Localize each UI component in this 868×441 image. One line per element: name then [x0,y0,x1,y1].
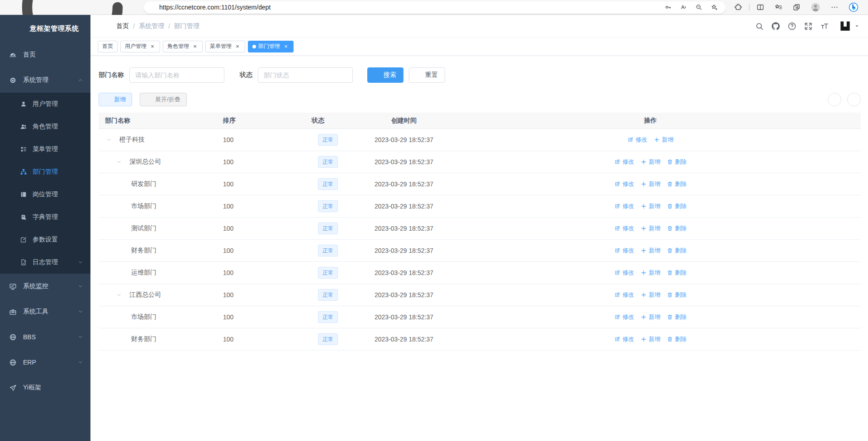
favorites-icon[interactable] [774,3,783,11]
collections-icon[interactable] [792,3,801,11]
action-add-link[interactable]: 新增 [640,202,660,210]
sidebar-item-BBS[interactable]: BBS [0,324,90,350]
split-screen-icon[interactable] [756,3,764,11]
sort-cell: 100 [214,136,304,143]
action-add-link[interactable]: 新增 [640,247,660,255]
fullscreen-icon[interactable] [804,22,813,31]
app-logo[interactable]: 意框架管理系统 [0,15,90,42]
breadcrumb-item[interactable]: 系统管理 [139,22,164,30]
action-delete-link[interactable]: 删除 [667,335,687,343]
action-edit-link[interactable]: 修改 [614,291,634,299]
delete-action-icon [667,314,673,320]
more-icon[interactable] [830,3,839,11]
created-time-cell: 2023-03-29 18:52:37 [368,291,440,299]
delete-action-icon [667,270,673,276]
sidebar-item-Yi框架[interactable]: Yi框架 [0,375,90,400]
table-row: 财务部门100正常2023-03-29 18:52:37修改新增删除 [99,240,861,262]
action-add-link[interactable]: 新增 [640,180,660,188]
search-icon[interactable] [755,22,764,31]
status-select[interactable] [258,67,353,83]
action-add-label: 新增 [649,335,660,343]
action-add-link[interactable]: 新增 [640,158,660,166]
action-add-link[interactable]: 新增 [640,269,660,277]
show-search-button[interactable] [828,93,841,106]
add-button[interactable]: 新增 [99,93,132,106]
action-add-link[interactable]: 新增 [640,335,660,343]
tab-用户管理[interactable]: 用户管理× [120,41,160,52]
action-delete-link[interactable]: 删除 [667,313,687,321]
chevron-down-icon[interactable] [115,292,123,298]
profile-avatar[interactable] [811,2,821,12]
action-edit-link[interactable]: 修改 [614,224,634,232]
action-delete-link[interactable]: 删除 [667,224,687,232]
extensions-icon[interactable] [734,3,742,11]
tab-菜单管理[interactable]: 菜单管理× [205,41,245,52]
sidebar-item-label: 首页 [23,51,36,59]
tab-close-icon[interactable]: × [192,43,198,49]
zoom-out-icon[interactable] [695,4,702,11]
tab-部门管理[interactable]: 部门管理× [248,41,294,52]
sidebar-item-ERP[interactable]: ERP [0,350,90,375]
action-edit-link[interactable]: 修改 [614,269,634,277]
tab-首页[interactable]: 首页 [98,41,118,52]
action-edit-link[interactable]: 修改 [614,335,634,343]
favorite-add-icon[interactable] [711,4,718,11]
sidebar-toggle-icon[interactable] [99,21,108,31]
dept-name-cell: 运维部门 [99,269,214,277]
action-add-link[interactable]: 新增 [640,224,660,232]
action-edit-link[interactable]: 修改 [614,158,634,166]
action-add-link[interactable]: 新增 [654,136,674,144]
chevron-down-icon[interactable] [115,159,123,165]
dept-name-input[interactable] [129,67,224,83]
bing-chat-icon[interactable] [849,2,859,12]
sidebar-subitem-岗位管理[interactable]: 岗位管理 [0,183,90,206]
action-delete-link[interactable]: 删除 [667,202,687,210]
sidebar: 意框架管理系统 首页系统管理用户管理角色管理菜单管理部门管理岗位管理字典管理参数… [0,15,90,441]
search-button[interactable]: 搜索 [367,67,403,83]
sidebar-item-首页[interactable]: 首页 [0,42,90,67]
sidebar-item-系统管理[interactable]: 系统管理 [0,67,90,93]
status-cell: 正常 [304,333,368,345]
sidebar-subitem-日志管理[interactable]: 日志管理 [0,251,90,274]
key-icon[interactable] [664,4,672,11]
action-delete-link[interactable]: 删除 [667,269,687,277]
sidebar-subitem-字典管理[interactable]: 字典管理 [0,206,90,228]
sidebar-subitem-角色管理[interactable]: 角色管理 [0,115,90,138]
refresh-table-button[interactable] [847,93,861,106]
sidebar-item-系统工具[interactable]: 系统工具 [0,299,90,324]
tab-close-icon[interactable]: × [283,43,289,49]
expand-collapse-button[interactable]: 展开/折叠 [140,93,187,106]
action-delete-link[interactable]: 删除 [667,247,687,255]
sidebar-subitem-部门管理[interactable]: 部门管理 [0,161,90,183]
action-edit-link[interactable]: 修改 [627,136,647,144]
caret-down-icon[interactable] [854,23,860,29]
lock-icon[interactable] [149,5,155,10]
action-delete-link[interactable]: 删除 [667,158,687,166]
url-input[interactable] [159,4,660,11]
action-delete-link[interactable]: 删除 [667,180,687,188]
tab-close-icon[interactable]: × [234,43,241,49]
sidebar-subitem-菜单管理[interactable]: 菜单管理 [0,138,90,161]
action-edit-link[interactable]: 修改 [614,247,634,255]
tab-close-icon[interactable]: × [149,43,156,49]
reset-button[interactable]: 重置 [409,67,445,83]
tab-角色管理[interactable]: 角色管理× [163,41,203,52]
sidebar-subitem-用户管理[interactable]: 用户管理 [0,93,90,115]
read-aloud-icon[interactable] [680,4,687,11]
action-add-link[interactable]: 新增 [640,313,660,321]
action-delete-link[interactable]: 删除 [667,291,687,299]
sidebar-subitem-参数设置[interactable]: 参数设置 [0,228,90,251]
sidebar-item-系统监控[interactable]: 系统监控 [0,274,90,299]
action-add-link[interactable]: 新增 [640,291,660,299]
action-edit-link[interactable]: 修改 [614,180,634,188]
action-edit-link[interactable]: 修改 [614,202,634,210]
yi-logo-icon[interactable] [839,20,851,32]
chevron-down-icon[interactable] [105,137,113,142]
status-cell: 正常 [304,200,368,212]
address-bar[interactable] [144,1,726,14]
action-edit-link[interactable]: 修改 [614,313,634,321]
github-icon[interactable] [771,22,780,31]
font-size-icon[interactable] [820,22,829,31]
breadcrumb-item[interactable]: 首页 [116,22,129,30]
help-icon[interactable] [787,22,797,31]
